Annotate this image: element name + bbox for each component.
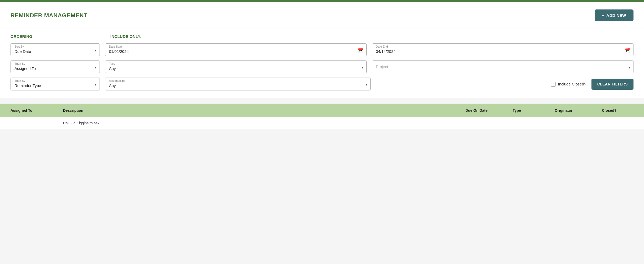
- include-closed-label[interactable]: Include Closed?: [558, 82, 586, 86]
- col-header-assigned-to: Assigned To: [11, 108, 63, 113]
- then-by-1-wrapper: Then By Assigned To Due Date Type Remind…: [11, 60, 100, 73]
- date-end-label: Date End: [376, 45, 630, 48]
- assigned-to-select[interactable]: Any: [109, 83, 367, 88]
- filters-labels-row: ORDERING: INCLUDE ONLY:: [11, 34, 633, 39]
- then-by-2-label: Then By: [14, 79, 96, 82]
- date-start-input[interactable]: [109, 49, 363, 54]
- project-wrapper: Project All Projects ▾: [372, 60, 633, 73]
- date-start-calendar-icon[interactable]: 📅: [357, 48, 363, 53]
- assigned-to-label: Assigned To: [109, 79, 367, 82]
- project-select[interactable]: Project All Projects: [376, 62, 630, 69]
- then-by-1-select[interactable]: Assigned To Due Date Type Reminder Type: [14, 66, 96, 71]
- then-by-2-select[interactable]: Reminder Type Assigned To Due Date Type: [14, 83, 96, 88]
- clear-filters-button[interactable]: CLEAR FILTERS: [591, 79, 633, 90]
- table-row[interactable]: Call Flo Kiggins to ask: [0, 117, 644, 129]
- col-header-originator: Originator: [555, 108, 602, 113]
- col-header-description: Description: [63, 108, 465, 113]
- page-wrapper: REMINDER MANAGEMENT + ADD NEW ORDERING: …: [0, 2, 644, 264]
- col-header-due-on-date: Due On Date: [465, 108, 513, 113]
- date-end-wrapper: Date End 📅: [372, 43, 633, 56]
- table-header: Assigned To Description Due On Date Type…: [0, 104, 644, 117]
- right-actions: Include Closed? CLEAR FILTERS: [376, 78, 633, 90]
- date-start-wrapper: Date Start 📅: [105, 43, 367, 56]
- header-section: REMINDER MANAGEMENT + ADD NEW: [0, 2, 644, 28]
- date-start-label: Date Start: [109, 45, 363, 48]
- then-by-2-wrapper: Then By Reminder Type Assigned To Due Da…: [11, 78, 100, 90]
- sort-by-label: Sort By: [14, 45, 96, 48]
- include-only-label: INCLUDE ONLY:: [110, 34, 633, 39]
- type-label: Type: [109, 62, 363, 65]
- sort-by-wrapper: Sort By Due Date Assigned To Type Descri…: [11, 43, 100, 56]
- filter-row-3: Then By Reminder Type Assigned To Due Da…: [11, 78, 633, 90]
- type-wrapper: Type Any Task Call Email ▾: [105, 60, 367, 73]
- then-by-1-label: Then By: [14, 62, 96, 65]
- sort-by-select[interactable]: Due Date Assigned To Type Description: [14, 49, 96, 54]
- date-end-input[interactable]: [376, 49, 630, 54]
- table-section: Assigned To Description Due On Date Type…: [0, 104, 644, 129]
- filter-row-2: Then By Assigned To Due Date Type Remind…: [11, 60, 633, 73]
- ordering-label: ORDERING:: [11, 34, 100, 39]
- include-closed-wrapper: Include Closed?: [551, 82, 586, 87]
- assigned-to-wrapper: Assigned To Any ▾: [105, 78, 371, 90]
- include-closed-checkbox[interactable]: [551, 82, 555, 87]
- filters-section: ORDERING: INCLUDE ONLY: Sort By Due Date…: [0, 28, 644, 98]
- filter-row-1: Sort By Due Date Assigned To Type Descri…: [11, 43, 633, 56]
- add-new-button[interactable]: + ADD NEW: [595, 9, 633, 21]
- plus-icon: +: [602, 13, 604, 18]
- page-title: REMINDER MANAGEMENT: [11, 12, 87, 19]
- cell-description: Call Flo Kiggins to ask: [63, 121, 465, 125]
- top-bar: [0, 0, 644, 2]
- add-new-label: ADD NEW: [606, 13, 626, 18]
- type-select[interactable]: Any Task Call Email: [109, 66, 363, 71]
- col-header-type: Type: [513, 108, 555, 113]
- col-header-closed: Closed?: [602, 108, 633, 113]
- date-end-calendar-icon[interactable]: 📅: [624, 48, 630, 53]
